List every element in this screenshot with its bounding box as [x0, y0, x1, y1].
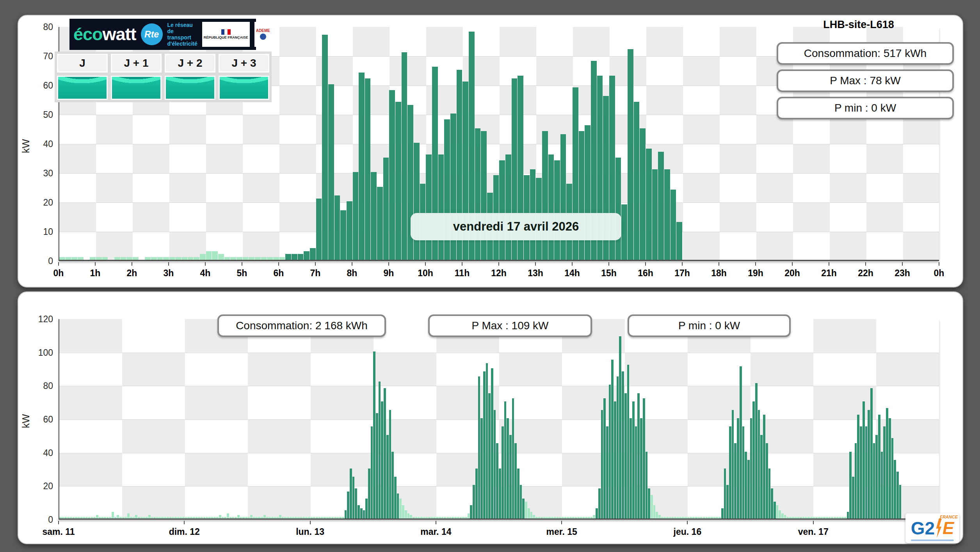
power-bar — [598, 488, 601, 518]
power-bar — [91, 517, 93, 518]
forecast-day-j-button[interactable]: J — [57, 54, 108, 73]
power-bar — [431, 517, 433, 518]
power-bar — [428, 517, 430, 518]
power-bar — [229, 517, 232, 518]
power-bar — [352, 477, 355, 518]
forecast-signal-tile-j1[interactable] — [111, 76, 162, 100]
weekly-chart-bars — [59, 319, 939, 518]
power-bar — [172, 517, 174, 518]
power-bar — [734, 443, 736, 518]
power-bar — [557, 517, 559, 518]
power-bar — [133, 517, 135, 518]
power-bar — [894, 460, 896, 518]
power-bar — [658, 152, 664, 260]
power-bar — [499, 160, 505, 260]
power-bar — [496, 443, 498, 518]
power-bar — [250, 515, 253, 518]
power-bar — [73, 517, 75, 518]
power-bar — [855, 443, 857, 518]
power-bar — [651, 495, 653, 518]
y-axis-tick-label: 70 — [26, 51, 53, 62]
power-bar — [255, 257, 261, 260]
power-bar — [434, 517, 436, 518]
y-axis-tick-label: 0 — [26, 256, 53, 266]
ademe-badge: ADEME — [254, 22, 272, 47]
x-axis-tick-mark — [58, 262, 59, 266]
x-axis-tick-mark — [498, 262, 499, 266]
power-bar — [169, 517, 172, 518]
power-bar — [663, 517, 666, 518]
power-bar — [206, 517, 208, 518]
x-axis-tick-mark — [315, 262, 316, 266]
power-bar — [823, 517, 825, 518]
forecast-signal-tile-j3[interactable] — [219, 76, 269, 100]
weekly-pmax-stat: P Max : 109 kW — [428, 314, 592, 337]
power-bar — [758, 410, 760, 518]
power-bar — [261, 257, 267, 260]
power-bar — [426, 154, 432, 260]
power-bar — [274, 517, 276, 518]
power-bar — [530, 512, 533, 518]
power-bar — [125, 517, 127, 518]
x-axis-tick-label: jeu. 16 — [656, 527, 719, 537]
power-bar — [70, 517, 72, 518]
power-bar — [883, 426, 886, 518]
power-bar — [560, 134, 566, 260]
power-bar — [292, 517, 295, 518]
power-bar — [575, 517, 577, 518]
y-axis-tick-label: 80 — [26, 22, 53, 32]
x-axis-tick-mark — [58, 521, 59, 524]
power-bar — [661, 517, 663, 518]
power-bar — [505, 154, 511, 260]
power-bar — [546, 517, 548, 518]
power-bar — [418, 517, 420, 518]
power-bar — [548, 517, 551, 518]
power-bar — [292, 254, 297, 260]
power-bar — [630, 418, 632, 518]
g2e-wordmark: G2 — [911, 519, 935, 537]
daily-pmin-stat: P min : 0 kW — [777, 97, 954, 119]
power-bar — [857, 415, 859, 518]
power-bar — [580, 517, 582, 518]
rte-baseline-line2: de transport — [167, 28, 197, 41]
y-axis-tick-label: 100 — [26, 347, 53, 358]
power-bar — [377, 187, 383, 260]
power-bar — [619, 336, 621, 518]
power-bar — [415, 517, 418, 518]
y-axis-tick-label: 20 — [26, 481, 53, 492]
y-axis-tick-label: 120 — [26, 314, 53, 325]
power-bar — [114, 257, 120, 260]
power-bar — [847, 512, 849, 518]
forecast-day-j2-button[interactable]: J + 2 — [165, 54, 215, 73]
power-bar — [373, 351, 375, 518]
power-bar — [414, 143, 420, 260]
power-bar — [249, 257, 254, 260]
power-bar — [298, 254, 304, 260]
power-bar — [222, 517, 224, 518]
power-bar — [181, 257, 187, 260]
power-bar — [760, 435, 763, 518]
power-bar — [640, 418, 642, 518]
power-bar — [784, 515, 786, 518]
power-bar — [637, 393, 640, 518]
power-bar — [577, 517, 580, 518]
power-bar — [104, 517, 106, 518]
power-bar — [297, 517, 300, 518]
power-bar — [130, 517, 132, 518]
power-bar — [685, 517, 687, 518]
forecast-signal-tile-j[interactable] — [57, 76, 108, 100]
power-bar — [164, 517, 166, 518]
power-bar — [771, 488, 773, 518]
forecast-signal-tile-j2[interactable] — [165, 76, 215, 100]
forecast-day-j3-button[interactable]: J + 3 — [219, 54, 269, 73]
rte-baseline-line1: Le réseau — [167, 22, 197, 28]
power-bar — [219, 515, 221, 518]
power-bar — [243, 257, 249, 260]
power-bar — [551, 517, 553, 518]
power-bar — [779, 510, 781, 518]
power-bar — [677, 517, 679, 518]
forecast-day-j1-button[interactable]: J + 1 — [111, 54, 162, 73]
power-bar — [716, 517, 718, 518]
power-bar — [491, 368, 493, 519]
power-bar — [248, 517, 250, 518]
